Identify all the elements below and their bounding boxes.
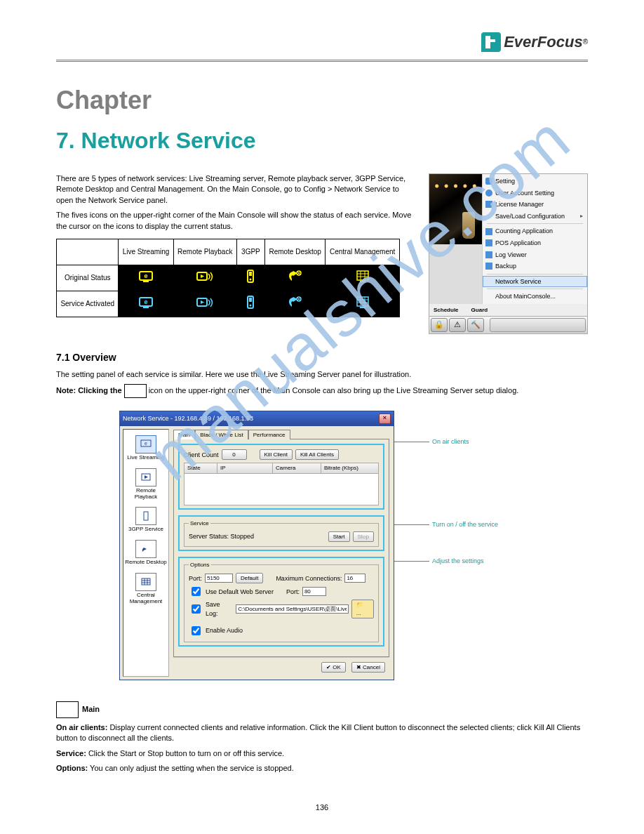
svg-marker-33 <box>145 475 148 479</box>
web-port-input[interactable] <box>302 587 326 596</box>
tab-schedule[interactable]: Schedule <box>434 306 459 314</box>
col-central-mgmt: Central Management <box>326 239 400 265</box>
tab-performance[interactable]: Performance <box>248 430 290 439</box>
svg-point-22 <box>250 304 252 306</box>
pos-icon <box>485 239 492 246</box>
kill-client-button[interactable]: Kill Client <box>260 449 293 460</box>
remote-desktop-icon <box>285 268 306 285</box>
sidebar-central-management[interactable]: Central Management <box>123 570 168 609</box>
callout-clients: On air clients <box>394 437 498 446</box>
context-menu-screenshot: Setting User Account Setting License Man… <box>429 173 588 334</box>
svg-rect-14 <box>360 281 365 282</box>
col-ip: IP <box>217 463 273 472</box>
client-list-body <box>184 474 379 505</box>
section-icon-placeholder <box>56 701 79 718</box>
default-button[interactable]: Default <box>236 573 263 583</box>
ok-button[interactable]: ✔ OK <box>321 662 346 673</box>
sidebar-3gpp[interactable]: 3GPP Service <box>123 504 168 537</box>
user-icon <box>485 190 492 197</box>
lock-button[interactable]: 🔒 <box>431 318 448 332</box>
col-3gpp: 3GPP <box>236 239 264 265</box>
live-streaming-active-icon: e <box>135 294 156 311</box>
col-remote-playback: Remote Playback <box>173 239 236 265</box>
3gpp-icon <box>240 268 261 285</box>
section-main-head: Main <box>56 701 588 718</box>
callout-column: On air clients Turn on / off the service… <box>394 402 498 689</box>
menu-about[interactable]: About MainConsole... <box>483 291 587 303</box>
tab-black-white[interactable]: Black / White List <box>195 430 248 439</box>
main-service-text: Service: Click the Start or Stop button … <box>56 748 588 759</box>
stop-button[interactable]: Stop <box>353 531 374 542</box>
menu-counting-app[interactable]: Counting Application <box>483 225 587 237</box>
menu-network-service[interactable]: Network Service <box>483 276 587 288</box>
toolbar-spacer <box>490 318 586 332</box>
sidebar-remote-desktop[interactable]: Remote Desktop <box>123 537 168 570</box>
phone-icon <box>140 510 152 522</box>
max-conn-input[interactable] <box>344 574 365 583</box>
config-context-menu: Setting User Account Setting License Man… <box>482 174 587 304</box>
start-button[interactable]: Start <box>328 531 350 542</box>
main-options-text: Options: You can only adjust the setting… <box>56 763 588 774</box>
menu-license-manager[interactable]: License Manager <box>483 199 587 211</box>
main-client-text: On air clients: Display current connecte… <box>56 722 588 744</box>
svg-rect-29 <box>360 307 365 308</box>
log-icon <box>485 251 492 258</box>
menu-pos-app[interactable]: POS Application <box>483 237 587 249</box>
lock-icon: 🔒 <box>434 319 444 330</box>
everfocus-logo: EverFocus ® <box>481 32 588 53</box>
client-count-label: Client Count <box>184 451 219 460</box>
cancel-button[interactable]: ✖ Cancel <box>351 662 385 673</box>
svg-marker-4 <box>201 274 204 278</box>
footer-toolbar: 🔒 ⚠ 🔨 <box>429 316 587 333</box>
enable-audio-label: Enable Audio <box>206 626 243 635</box>
menu-setting[interactable]: Setting <box>483 176 587 187</box>
browse-button[interactable]: 📁 ... <box>351 600 374 618</box>
config-button[interactable]: 🔨 <box>467 318 484 332</box>
service-status-icons-table: Live Streaming Remote Playback 3GPP Remo… <box>56 239 400 317</box>
col-state: State <box>185 463 217 472</box>
central-mgmt-icon <box>352 268 373 285</box>
menu-separator <box>487 223 583 224</box>
playback-icon <box>140 472 152 483</box>
dialog-titlebar: Network Service - 192.168.4.39 / 192.168… <box>120 411 394 426</box>
kill-all-clients-button[interactable]: Kill All Clients <box>295 449 339 460</box>
menu-log-viewer[interactable]: Log Viewer <box>483 249 587 261</box>
svg-rect-34 <box>144 512 148 520</box>
menu-separator <box>487 274 583 274</box>
satellite-icon <box>140 543 152 555</box>
chevron-right-icon: ▸ <box>580 212 583 220</box>
server-status: Server Status: Stopped <box>189 532 254 541</box>
camera-thumbnail <box>429 174 482 244</box>
close-icon[interactable]: × <box>379 413 391 424</box>
enable-audio-checkbox[interactable] <box>192 626 201 635</box>
logo-registered: ® <box>583 37 588 47</box>
sidebar-live-streaming[interactable]: eLive Streaming <box>123 432 168 465</box>
options-legend: Options <box>189 561 211 569</box>
port-input[interactable] <box>205 574 233 583</box>
sidebar-remote-playback[interactable]: Remote Playback <box>123 465 168 505</box>
network-service-dialog: Network Service - 192.168.4.39 / 192.168… <box>119 411 394 680</box>
service-fieldset: Service Server Status: Stopped Start Sto… <box>184 519 379 547</box>
menu-user-account[interactable]: User Account Setting <box>483 187 587 199</box>
client-count-value: 0 <box>222 449 247 460</box>
row-original-status: Original Status <box>57 265 119 291</box>
menu-backup[interactable]: Backup <box>483 260 587 272</box>
alert-icon: ⚠ <box>454 319 461 330</box>
col-remote-desktop: Remote Desktop <box>265 239 326 265</box>
menu-save-load-config[interactable]: Save/Load Configuration▸ <box>483 211 587 223</box>
logo-text: EverFocus <box>504 32 583 53</box>
save-log-checkbox[interactable] <box>192 604 201 614</box>
use-default-web-checkbox[interactable] <box>192 587 201 596</box>
save-log-path-input[interactable] <box>236 604 349 614</box>
section-overview-head: 7.1 Overview <box>56 351 588 365</box>
schedule-guard-tabs: Schedule Guard <box>429 304 587 316</box>
tab-main[interactable]: Main <box>173 430 195 439</box>
dialog-sidebar: eLive Streaming Remote Playback 3GPP Ser… <box>123 429 169 677</box>
dialog-title: Network Service - 192.168.4.39 / 192.168… <box>123 414 253 423</box>
client-list-header: State IP Camera Bitrate (Kbps) <box>184 463 379 473</box>
alert-button[interactable]: ⚠ <box>449 318 466 332</box>
blank-icon <box>485 213 492 220</box>
col-live-streaming: Live Streaming <box>119 239 173 265</box>
tab-guard[interactable]: Guard <box>471 306 488 314</box>
svg-text:e: e <box>145 298 148 305</box>
